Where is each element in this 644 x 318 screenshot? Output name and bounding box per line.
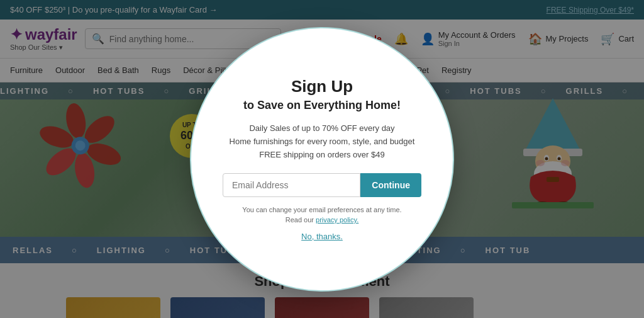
- privacy-policy-link[interactable]: privacy policy.: [316, 216, 358, 224]
- modal-line3: FREE shipping on orders over $49: [259, 150, 384, 159]
- modal-subheadline: to Save on Everything Home!: [243, 99, 401, 112]
- modal-headline: Sign Up: [291, 77, 353, 96]
- modal-overlay[interactable]: Sign Up to Save on Everything Home! Dail…: [0, 0, 644, 318]
- signup-modal: Sign Up to Save on Everything Home! Dail…: [190, 27, 454, 292]
- fine-print: You can change your email preferences at…: [242, 205, 401, 225]
- modal-description: Daily Sales of up to 70% OFF every day H…: [230, 122, 415, 161]
- no-thanks-link[interactable]: No, thanks.: [301, 232, 343, 241]
- modal-line2: Home furnishings for every room, style, …: [230, 137, 415, 146]
- fine-print-text: You can change your email preferences at…: [242, 206, 401, 213]
- continue-button[interactable]: Continue: [360, 173, 421, 197]
- modal-line1: Daily Sales of up to 70% OFF every day: [249, 123, 394, 133]
- email-input[interactable]: [223, 173, 360, 197]
- email-row: Continue: [223, 173, 421, 197]
